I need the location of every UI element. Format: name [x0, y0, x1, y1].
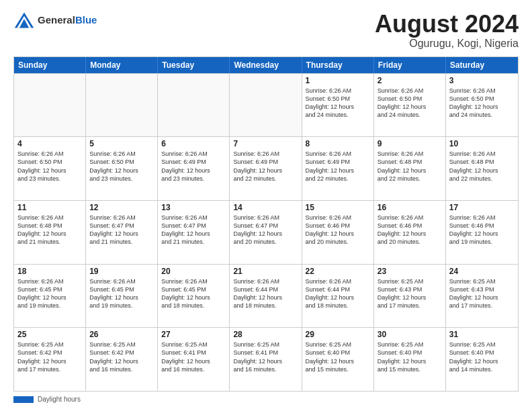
calendar-cell: 19Sunrise: 6:26 AM Sunset: 6:45 PM Dayli…	[86, 265, 158, 328]
calendar-cell: 11Sunrise: 6:26 AM Sunset: 6:48 PM Dayli…	[14, 201, 86, 264]
calendar-header-cell: Thursday	[302, 57, 374, 73]
footer: Daylight hours	[13, 396, 519, 403]
calendar-cell	[14, 74, 86, 137]
day-number: 17	[449, 203, 515, 212]
calendar-cell: 8Sunrise: 6:26 AM Sunset: 6:49 PM Daylig…	[302, 137, 374, 200]
calendar-header-cell: Wednesday	[230, 57, 302, 73]
calendar-row: 25Sunrise: 6:25 AM Sunset: 6:42 PM Dayli…	[14, 327, 518, 391]
calendar-row: 1Sunrise: 6:26 AM Sunset: 6:50 PM Daylig…	[14, 73, 518, 137]
day-number: 2	[378, 76, 442, 85]
day-info: Sunrise: 6:26 AM Sunset: 6:46 PM Dayligh…	[378, 214, 442, 246]
calendar-cell: 7Sunrise: 6:26 AM Sunset: 6:49 PM Daylig…	[230, 137, 302, 200]
calendar-body: 1Sunrise: 6:26 AM Sunset: 6:50 PM Daylig…	[14, 73, 518, 391]
calendar-cell	[158, 74, 230, 137]
calendar-cell: 13Sunrise: 6:26 AM Sunset: 6:47 PM Dayli…	[158, 201, 230, 264]
day-number: 6	[161, 139, 226, 148]
day-number: 27	[161, 330, 226, 339]
title-block: August 2024 Ogurugu, Kogi, Nigeria	[375, 11, 519, 50]
day-number: 25	[17, 330, 82, 339]
calendar-cell: 23Sunrise: 6:25 AM Sunset: 6:43 PM Dayli…	[374, 265, 446, 328]
calendar-cell: 2Sunrise: 6:26 AM Sunset: 6:50 PM Daylig…	[374, 74, 446, 137]
day-info: Sunrise: 6:25 AM Sunset: 6:40 PM Dayligh…	[378, 340, 442, 373]
calendar-cell	[86, 74, 158, 137]
day-number: 5	[89, 139, 154, 148]
calendar-cell: 4Sunrise: 6:26 AM Sunset: 6:50 PM Daylig…	[14, 137, 86, 200]
day-number: 10	[449, 139, 515, 148]
calendar-cell: 22Sunrise: 6:26 AM Sunset: 6:44 PM Dayli…	[302, 265, 374, 328]
day-info: Sunrise: 6:26 AM Sunset: 6:47 PM Dayligh…	[161, 214, 226, 246]
logo: GeneralBlue	[13, 11, 97, 30]
calendar-row: 18Sunrise: 6:26 AM Sunset: 6:45 PM Dayli…	[14, 264, 518, 328]
day-info: Sunrise: 6:25 AM Sunset: 6:41 PM Dayligh…	[161, 340, 226, 373]
calendar-cell: 14Sunrise: 6:26 AM Sunset: 6:47 PM Dayli…	[230, 201, 302, 264]
day-info: Sunrise: 6:26 AM Sunset: 6:49 PM Dayligh…	[306, 150, 370, 183]
day-info: Sunrise: 6:26 AM Sunset: 6:46 PM Dayligh…	[449, 214, 515, 246]
day-info: Sunrise: 6:25 AM Sunset: 6:41 PM Dayligh…	[233, 340, 298, 373]
day-number: 30	[378, 330, 442, 339]
calendar-cell: 15Sunrise: 6:26 AM Sunset: 6:46 PM Dayli…	[302, 201, 374, 264]
calendar-cell: 9Sunrise: 6:26 AM Sunset: 6:48 PM Daylig…	[374, 137, 446, 200]
day-number: 12	[89, 203, 154, 212]
day-number: 1	[306, 76, 370, 85]
day-number: 14	[233, 203, 298, 212]
day-number: 9	[378, 139, 442, 148]
day-number: 16	[378, 203, 442, 212]
day-info: Sunrise: 6:26 AM Sunset: 6:49 PM Dayligh…	[233, 150, 298, 183]
calendar-cell: 18Sunrise: 6:26 AM Sunset: 6:45 PM Dayli…	[14, 265, 86, 328]
calendar-cell: 20Sunrise: 6:26 AM Sunset: 6:45 PM Dayli…	[158, 265, 230, 328]
day-info: Sunrise: 6:26 AM Sunset: 6:44 PM Dayligh…	[233, 277, 298, 310]
calendar-header-cell: Monday	[86, 57, 158, 73]
calendar-cell: 1Sunrise: 6:26 AM Sunset: 6:50 PM Daylig…	[302, 74, 374, 137]
day-info: Sunrise: 6:25 AM Sunset: 6:43 PM Dayligh…	[449, 277, 515, 310]
calendar-cell: 10Sunrise: 6:26 AM Sunset: 6:48 PM Dayli…	[446, 137, 518, 200]
header: GeneralBlue August 2024 Ogurugu, Kogi, N…	[13, 11, 519, 50]
calendar-row: 11Sunrise: 6:26 AM Sunset: 6:48 PM Dayli…	[14, 200, 518, 264]
calendar-title: August 2024	[375, 11, 519, 38]
calendar-cell: 17Sunrise: 6:26 AM Sunset: 6:46 PM Dayli…	[446, 201, 518, 264]
day-number: 18	[17, 267, 82, 276]
day-info: Sunrise: 6:26 AM Sunset: 6:50 PM Dayligh…	[449, 87, 515, 120]
calendar: SundayMondayTuesdayWednesdayThursdayFrid…	[13, 56, 519, 392]
calendar-cell: 24Sunrise: 6:25 AM Sunset: 6:43 PM Dayli…	[446, 265, 518, 328]
day-number: 13	[161, 203, 226, 212]
calendar-cell: 29Sunrise: 6:25 AM Sunset: 6:40 PM Dayli…	[302, 328, 374, 391]
day-info: Sunrise: 6:26 AM Sunset: 6:48 PM Dayligh…	[449, 150, 515, 183]
calendar-header-cell: Sunday	[14, 57, 86, 73]
day-info: Sunrise: 6:26 AM Sunset: 6:48 PM Dayligh…	[17, 214, 82, 246]
day-number: 26	[89, 330, 154, 339]
day-info: Sunrise: 6:25 AM Sunset: 6:42 PM Dayligh…	[89, 340, 154, 373]
day-number: 28	[233, 330, 298, 339]
day-number: 29	[306, 330, 370, 339]
day-number: 7	[233, 139, 298, 148]
calendar-cell: 5Sunrise: 6:26 AM Sunset: 6:50 PM Daylig…	[86, 137, 158, 200]
calendar-cell: 6Sunrise: 6:26 AM Sunset: 6:49 PM Daylig…	[158, 137, 230, 200]
logo-general: General	[38, 14, 75, 26]
calendar-cell: 21Sunrise: 6:26 AM Sunset: 6:44 PM Dayli…	[230, 265, 302, 328]
day-info: Sunrise: 6:26 AM Sunset: 6:50 PM Dayligh…	[17, 150, 82, 183]
day-number: 11	[17, 203, 82, 212]
logo-blue: Blue	[75, 14, 97, 26]
logo-icon	[13, 11, 35, 30]
day-info: Sunrise: 6:26 AM Sunset: 6:50 PM Dayligh…	[89, 150, 154, 183]
day-number: 23	[378, 267, 442, 276]
calendar-row: 4Sunrise: 6:26 AM Sunset: 6:50 PM Daylig…	[14, 136, 518, 200]
calendar-header-cell: Saturday	[446, 57, 518, 73]
day-info: Sunrise: 6:26 AM Sunset: 6:46 PM Dayligh…	[306, 214, 370, 246]
day-number: 20	[161, 267, 226, 276]
calendar-cell: 3Sunrise: 6:26 AM Sunset: 6:50 PM Daylig…	[446, 74, 518, 137]
calendar-cell: 26Sunrise: 6:25 AM Sunset: 6:42 PM Dayli…	[86, 328, 158, 391]
day-info: Sunrise: 6:26 AM Sunset: 6:50 PM Dayligh…	[306, 87, 370, 120]
calendar-cell: 12Sunrise: 6:26 AM Sunset: 6:47 PM Dayli…	[86, 201, 158, 264]
day-info: Sunrise: 6:26 AM Sunset: 6:47 PM Dayligh…	[233, 214, 298, 246]
day-number: 19	[89, 267, 154, 276]
day-info: Sunrise: 6:26 AM Sunset: 6:47 PM Dayligh…	[89, 214, 154, 246]
day-number: 22	[306, 267, 370, 276]
day-number: 15	[306, 203, 370, 212]
calendar-cell: 16Sunrise: 6:26 AM Sunset: 6:46 PM Dayli…	[374, 201, 446, 264]
day-info: Sunrise: 6:26 AM Sunset: 6:48 PM Dayligh…	[378, 150, 442, 183]
calendar-cell: 31Sunrise: 6:25 AM Sunset: 6:40 PM Dayli…	[446, 328, 518, 391]
day-info: Sunrise: 6:26 AM Sunset: 6:49 PM Dayligh…	[161, 150, 226, 183]
footer-label: Daylight hours	[38, 396, 81, 403]
day-number: 24	[449, 267, 515, 276]
calendar-cell: 30Sunrise: 6:25 AM Sunset: 6:40 PM Dayli…	[374, 328, 446, 391]
